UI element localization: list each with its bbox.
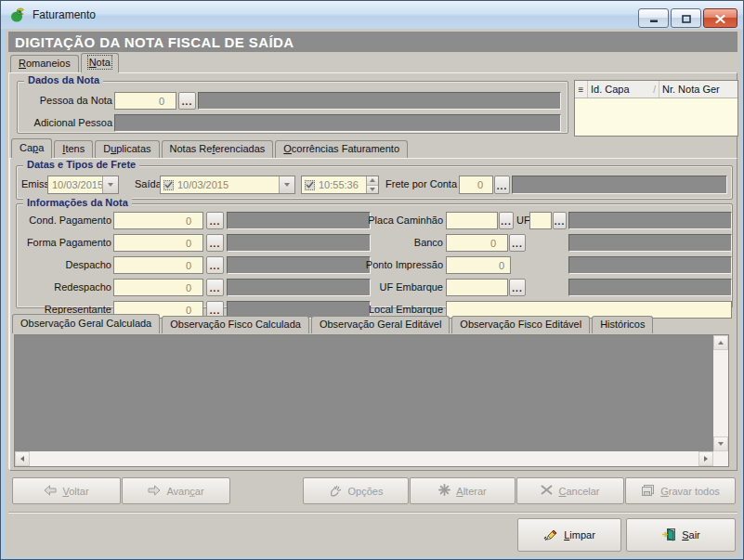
despacho-input[interactable]: 0 xyxy=(113,256,203,274)
despacho-browse-button[interactable]: ... xyxy=(206,256,224,274)
minimize-icon xyxy=(649,10,659,27)
nota-tab-page: Dados da Nota Pessoa da Nota 0 ... Adici… xyxy=(8,72,737,470)
cond-pagamento-browse-button[interactable]: ... xyxy=(206,212,224,229)
cond-pagamento-label: Cond. Pagamento xyxy=(19,215,111,226)
cancelar-button[interactable]: Cancelar xyxy=(516,477,624,504)
saida-checkbox[interactable] xyxy=(163,180,174,190)
grid-column-id-capa[interactable]: Id. Capa / xyxy=(588,81,659,98)
tab-itens[interactable]: Itens xyxy=(54,140,93,158)
spin-up-icon xyxy=(370,178,375,182)
tab-obs-geral-calculada[interactable]: Observação Geral Calculada xyxy=(12,314,160,333)
scrollbar-corner xyxy=(713,451,728,466)
scroll-left-icon xyxy=(20,456,24,462)
datas-frete-group: Datas e Tipos de Frete Emissão 10/03/201… xyxy=(16,165,733,200)
alterar-button[interactable]: Alterar xyxy=(410,477,516,504)
scroll-up-button[interactable] xyxy=(713,335,728,350)
spin-up-button[interactable] xyxy=(367,176,378,186)
saida-date-combo[interactable]: 10/03/2015 xyxy=(160,176,295,194)
scroll-right-button[interactable] xyxy=(698,451,713,466)
horizontal-scrollbar[interactable] xyxy=(15,451,713,466)
tab-notas-referenciadas[interactable]: Notas Referenciadas xyxy=(162,140,274,158)
uf-embarque-label: UF Embarque xyxy=(347,281,443,293)
tab-duplicatas[interactable]: Duplicatas xyxy=(95,140,159,158)
spin-down-button[interactable] xyxy=(367,186,378,194)
notas-grid-body[interactable] xyxy=(575,98,737,136)
adicional-pessoa-label: Adicional Pessoa xyxy=(20,117,112,128)
scroll-right-icon xyxy=(704,456,708,462)
saida-time-spinner[interactable]: 10:55:36 xyxy=(301,176,379,194)
vertical-scrollbar[interactable] xyxy=(713,335,728,451)
minimize-button[interactable] xyxy=(638,8,669,28)
close-icon xyxy=(715,10,725,27)
scroll-down-icon xyxy=(718,442,724,446)
grid-menu-icon[interactable]: ≡ xyxy=(575,81,588,98)
scroll-up-icon xyxy=(718,341,724,345)
forma-pagamento-input[interactable]: 0 xyxy=(113,234,203,252)
tab-romaneios[interactable]: Romaneios xyxy=(10,55,79,72)
placa-caminhao-browse-button[interactable]: ... xyxy=(499,212,514,229)
hora-checkbox[interactable] xyxy=(305,180,315,190)
maximize-icon xyxy=(682,10,691,27)
app-window: Faturamento DIGITAÇÃO DA NOTA FISCAL DE … xyxy=(0,0,744,560)
uf-embarque-description-field xyxy=(568,279,732,296)
uf-browse-button[interactable]: ... xyxy=(553,212,567,229)
sair-button[interactable]: Sair xyxy=(626,518,736,552)
pessoa-da-nota-input[interactable]: 0 xyxy=(114,92,176,110)
avancar-button[interactable]: Avançar xyxy=(122,477,230,504)
tab-ocorrencias-faturamento[interactable]: Ocorrências Faturamento xyxy=(275,140,408,158)
scroll-left-button[interactable] xyxy=(15,451,30,466)
eraser-icon xyxy=(543,527,558,542)
banco-browse-button[interactable]: ... xyxy=(509,234,526,252)
frete-por-conta-label: Frete por Conta xyxy=(385,178,456,189)
capa-tab-bar: Capa Itens Duplicatas Notas Referenciada… xyxy=(11,138,408,158)
gravar-todos-button[interactable]: Gravar todos xyxy=(625,477,736,504)
main-tab-bar: Romaneios Nota xyxy=(10,53,119,72)
placa-caminhao-input[interactable] xyxy=(446,212,498,229)
chevron-down-icon xyxy=(284,183,290,187)
tab-obs-geral-editavel[interactable]: Observação Geral Editável xyxy=(311,316,450,333)
banco-input[interactable]: 0 xyxy=(446,234,508,252)
maximize-button[interactable] xyxy=(671,8,701,28)
title-bar[interactable]: Faturamento xyxy=(1,1,743,29)
tab-historicos[interactable]: Históricos xyxy=(592,316,653,333)
limpar-button[interactable]: Limpar xyxy=(517,518,621,552)
dados-da-nota-group: Dados da Nota Pessoa da Nota 0 ... Adici… xyxy=(17,81,568,134)
window-title: Faturamento xyxy=(33,8,96,21)
uf-input[interactable] xyxy=(529,212,552,229)
tab-obs-fisco-calculada[interactable]: Observação Fisco Calculada xyxy=(162,316,309,333)
opcoes-button[interactable]: Opções xyxy=(303,477,409,504)
observacao-memo-content[interactable] xyxy=(15,335,713,451)
ponto-impressao-input[interactable]: 0 xyxy=(446,256,511,274)
scroll-down-button[interactable] xyxy=(713,436,728,451)
tab-obs-fisco-editavel[interactable]: Observação Fisco Editável xyxy=(451,316,590,333)
cond-pagamento-input[interactable]: 0 xyxy=(113,212,203,229)
forma-pagamento-browse-button[interactable]: ... xyxy=(206,234,224,252)
banco-description-field xyxy=(568,234,732,252)
exit-door-icon xyxy=(661,527,676,543)
sort-ascending-icon: / xyxy=(653,85,656,95)
arrow-right-icon xyxy=(148,485,161,498)
saida-dropdown-button[interactable] xyxy=(279,176,294,193)
frete-por-conta-browse-button[interactable]: ... xyxy=(494,176,510,194)
frete-por-conta-input[interactable]: 0 xyxy=(459,176,493,194)
emissao-date-combo[interactable]: 10/03/2015 xyxy=(47,176,119,194)
bottom-separator xyxy=(8,512,737,514)
uf-embarque-browse-button[interactable]: ... xyxy=(509,279,526,296)
close-button[interactable] xyxy=(703,8,737,28)
tab-capa[interactable]: Capa xyxy=(11,138,52,158)
pessoa-da-nota-browse-button[interactable]: ... xyxy=(178,92,196,110)
observacao-memo xyxy=(14,334,729,467)
uf-embarque-input[interactable] xyxy=(446,279,508,296)
arrow-left-icon xyxy=(44,485,57,498)
tab-nota[interactable]: Nota xyxy=(81,53,119,72)
emissao-dropdown-button[interactable] xyxy=(102,176,118,193)
redespacho-input[interactable]: 0 xyxy=(113,279,203,296)
grid-column-nr-nota[interactable]: Nr. Nota Ger xyxy=(659,81,737,98)
voltar-button[interactable]: Voltar xyxy=(12,477,121,504)
despacho-label: Despacho xyxy=(19,259,111,270)
pessoa-da-nota-label: Pessoa da Nota xyxy=(20,95,112,106)
capa-tab-page: Datas e Tipos de Frete Emissão 10/03/201… xyxy=(9,158,737,471)
placa-caminhao-label: Placa Caminhão xyxy=(347,215,443,226)
informacoes-nota-group: Informações da Nota Cond. Pagamento 0 ..… xyxy=(16,203,733,308)
redespacho-browse-button[interactable]: ... xyxy=(206,279,224,296)
